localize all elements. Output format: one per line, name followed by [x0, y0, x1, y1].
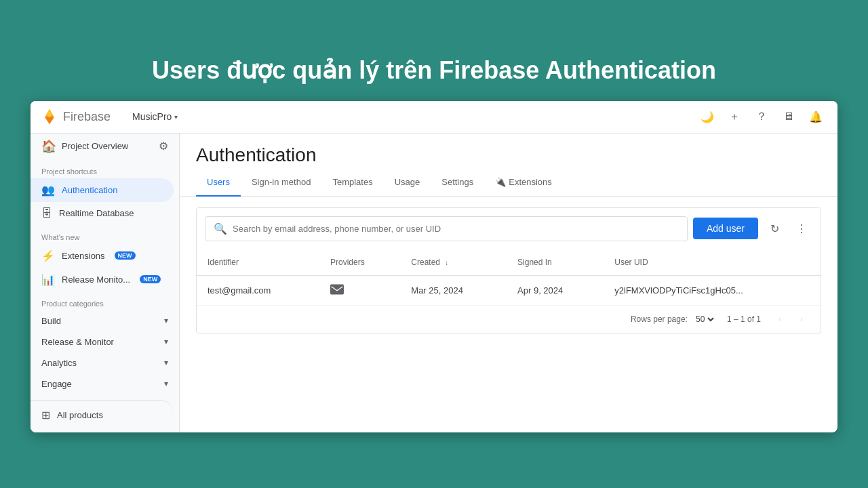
realtime-db-label: Realtime Database	[59, 208, 134, 218]
users-table: Identifier Providers Created ↓ Signed In…	[197, 249, 821, 306]
firebase-logo: Firebase	[41, 108, 111, 125]
email-provider-icon	[330, 284, 344, 295]
extensions-label: Extensions	[62, 251, 105, 261]
build-label: Build	[41, 316, 61, 326]
add-user-button[interactable]: Add user	[693, 218, 758, 239]
table-panel: 🔍 Add user ↻ ⋮ Identifier Providers	[196, 207, 821, 333]
home-icon: 🏠	[41, 139, 56, 154]
sidebar-item-realtime-db[interactable]: 🗄 Realtime Database	[31, 202, 174, 225]
sidebar-item-release-monitor[interactable]: 📊 Release Monito... NEW	[31, 268, 174, 291]
people-icon: 👥	[41, 184, 55, 197]
col-providers[interactable]: Providers	[319, 249, 400, 276]
sidebar-item-all-products[interactable]: ⊞ All products	[31, 400, 174, 427]
col-identifier[interactable]: Identifier	[197, 249, 319, 276]
tab-usage[interactable]: Usage	[384, 169, 431, 197]
extensions-tab-icon: 🔌	[495, 177, 506, 187]
chevron-down-icon: ▾	[174, 113, 178, 121]
project-overview-bar[interactable]: 🏠 Project Overview ⚙	[31, 134, 179, 159]
monitor-icon[interactable]: 🖥	[778, 106, 800, 127]
table-header-row: Identifier Providers Created ↓ Signed In…	[197, 249, 821, 276]
tab-signin-method[interactable]: Sign-in method	[241, 169, 321, 197]
sidebar: 🏠 Project Overview ⚙ Project shortcuts 👥…	[31, 134, 180, 432]
more-options-icon[interactable]: ⋮	[791, 218, 812, 239]
cell-created: Mar 25, 2024	[400, 275, 507, 305]
all-products-label: All products	[57, 410, 103, 420]
release-monitor-label: Release Monito...	[62, 274, 130, 285]
firebase-label: Firebase	[63, 110, 111, 124]
sidebar-item-build[interactable]: Build ▾	[31, 310, 179, 331]
rows-per-page-label: Rows per page:	[631, 314, 688, 324]
page-nav: ‹ ›	[772, 311, 810, 327]
tab-extensions[interactable]: 🔌 Extensions	[484, 169, 563, 197]
page-header: Authentication	[180, 134, 837, 166]
sidebar-item-authentication[interactable]: 👥 Authentication	[31, 178, 174, 202]
sidebar-item-release-monitor-cat[interactable]: Release & Monitor ▾	[31, 331, 179, 352]
content-area: Authentication Users Sign-in method Temp…	[180, 134, 837, 432]
whats-new-label: What's new	[31, 225, 179, 244]
release-monitor-cat-label: Release & Monitor	[41, 337, 114, 347]
project-overview-label: Project Overview	[62, 141, 153, 151]
col-signed-in[interactable]: Signed In	[507, 249, 604, 276]
svg-rect-0	[330, 284, 344, 294]
sidebar-item-engage[interactable]: Engage ▾	[31, 373, 179, 394]
analytics-label: Analytics	[41, 358, 77, 368]
help-icon[interactable]: ？	[751, 106, 772, 127]
search-input[interactable]	[233, 224, 679, 234]
prev-page-button[interactable]: ‹	[772, 311, 788, 327]
firebase-flame-icon	[41, 108, 58, 125]
cell-provider	[319, 275, 400, 305]
next-page-button[interactable]: ›	[793, 311, 810, 327]
tabs-bar: Users Sign-in method Templates Usage Set…	[180, 169, 837, 197]
rows-per-page-select[interactable]: 50 25 10	[693, 314, 716, 325]
extensions-tab-label: Extensions	[509, 177, 552, 187]
auth-label: Authentication	[62, 185, 117, 195]
chevron-down-analytics-icon: ▾	[164, 358, 168, 367]
top-bar: Firebase MusicPro ▾ 🌙 ＋ ？ 🖥 🔔	[31, 101, 837, 134]
grid-icon: ⊞	[41, 409, 50, 422]
search-wrapper: 🔍	[205, 216, 688, 241]
extensions-icon: ⚡	[41, 249, 55, 262]
sidebar-item-analytics[interactable]: Analytics ▾	[31, 352, 179, 373]
chevron-down-build-icon: ▾	[164, 316, 168, 325]
cell-identifier: test@gmail.com	[197, 275, 319, 305]
project-selector[interactable]: MusicPro ▾	[127, 108, 183, 125]
cell-uid: y2lFMXVlODPyTiCiFsc1gHc05...	[604, 275, 821, 305]
engage-label: Engage	[41, 379, 72, 389]
sidebar-item-extensions[interactable]: ⚡ Extensions NEW	[31, 244, 174, 268]
pagination-bar: Rows per page: 50 25 10 1 – 1 of 1 ‹ ›	[197, 306, 821, 333]
top-bar-icons: 🌙 ＋ ？ 🖥 🔔	[696, 106, 827, 127]
chevron-down-engage-icon: ▾	[164, 379, 168, 388]
tab-templates[interactable]: Templates	[321, 169, 383, 197]
page-info: 1 – 1 of 1	[727, 314, 761, 324]
main-layout: 🏠 Project Overview ⚙ Project shortcuts 👥…	[31, 134, 837, 432]
shortcuts-label: Project shortcuts	[31, 159, 179, 178]
cell-signed-in: Apr 9, 2024	[507, 275, 604, 305]
monitor-small-icon: 📊	[41, 273, 55, 286]
release-monitor-new-badge: NEW	[140, 275, 161, 283]
page-title: Authentication	[196, 144, 821, 166]
col-user-uid[interactable]: User UID	[604, 249, 821, 276]
sort-arrow-created: ↓	[445, 259, 448, 266]
search-icon: 🔍	[214, 222, 227, 235]
table-container: 🔍 Add user ↻ ⋮ Identifier Providers	[180, 197, 837, 432]
notifications-icon[interactable]: 🔔	[805, 106, 827, 127]
extensions-new-badge: NEW	[115, 251, 136, 260]
tab-settings[interactable]: Settings	[431, 169, 484, 197]
chevron-down-release-icon: ▾	[164, 337, 168, 346]
tab-users[interactable]: Users	[196, 169, 241, 197]
dark-mode-icon[interactable]: 🌙	[696, 106, 718, 127]
browser-window: Firebase MusicPro ▾ 🌙 ＋ ？ 🖥 🔔 🏠 Project …	[31, 101, 837, 432]
page-headline: Users được quản lý trên Firebase Authent…	[138, 56, 730, 85]
table-row[interactable]: test@gmail.com Mar 25, 2024 Apr 9, 2024	[197, 275, 821, 305]
database-icon: 🗄	[41, 207, 52, 220]
settings-icon[interactable]: ⚙	[159, 140, 168, 152]
product-categories-label: Product categories	[31, 291, 179, 310]
col-created[interactable]: Created ↓	[400, 249, 507, 276]
add-icon[interactable]: ＋	[724, 106, 745, 127]
project-name: MusicPro	[132, 111, 172, 122]
rows-per-page: Rows per page: 50 25 10	[631, 314, 716, 325]
refresh-icon[interactable]: ↻	[764, 218, 785, 239]
